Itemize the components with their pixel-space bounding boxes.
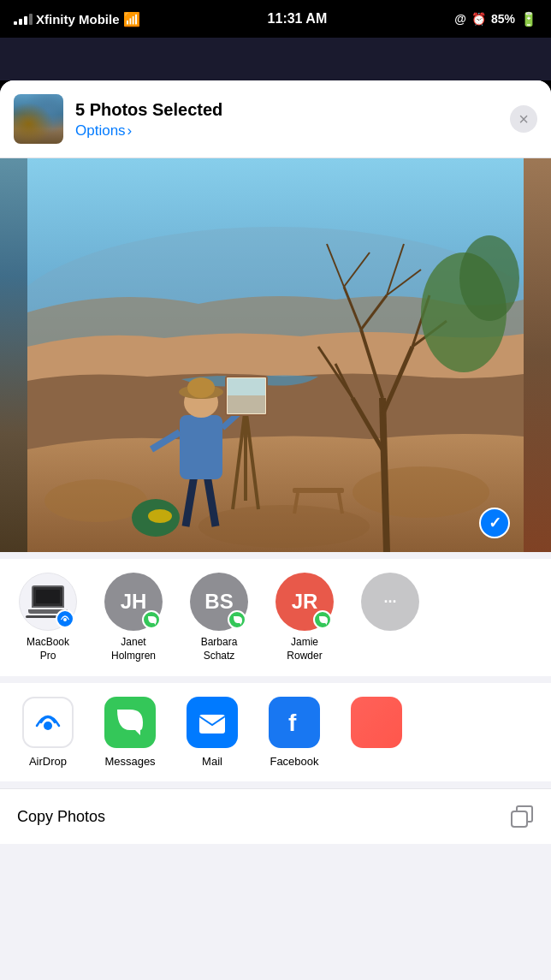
share-info: 5 Photos Selected Options › bbox=[75, 99, 498, 140]
status-right: @ ⏰ 85% 🔋 bbox=[454, 11, 537, 27]
person-item-more[interactable]: ··· bbox=[356, 573, 424, 662]
at-icon: @ bbox=[454, 12, 466, 26]
photo-strip: ✓ bbox=[0, 158, 551, 552]
mail-app-icon bbox=[187, 697, 238, 748]
more-avatar: ··· bbox=[361, 573, 419, 631]
svg-point-23 bbox=[148, 509, 172, 523]
app-item-more[interactable] bbox=[342, 697, 411, 768]
barbara-name: BarbaraSchatz bbox=[201, 636, 238, 662]
facebook-app-label: Facebook bbox=[270, 755, 318, 768]
jamie-name: JamieRowder bbox=[287, 636, 322, 662]
carrier-label: Xfinity Mobile bbox=[36, 12, 120, 27]
messages-app-label: Messages bbox=[104, 755, 155, 768]
people-row: MacBookPro JH JanetHolmgren BS bbox=[14, 573, 537, 662]
battery-icon: 🔋 bbox=[520, 11, 537, 27]
app-item-facebook[interactable]: f Facebook bbox=[260, 697, 329, 768]
svg-text:f: f bbox=[288, 710, 297, 736]
copy-photos-label: Copy Photos bbox=[17, 808, 105, 826]
copy-photos-row[interactable]: Copy Photos bbox=[0, 788, 551, 844]
alarm-icon: ⏰ bbox=[471, 12, 486, 26]
person-item-janet[interactable]: JH JanetHolmgren bbox=[99, 573, 168, 662]
svg-rect-38 bbox=[293, 488, 344, 493]
app-item-mail[interactable]: Mail bbox=[178, 697, 246, 768]
svg-point-41 bbox=[63, 618, 67, 621]
macbook-screen-icon bbox=[32, 585, 64, 608]
share-thumbnail bbox=[14, 94, 63, 144]
share-title: 5 Photos Selected bbox=[75, 99, 498, 120]
airdrop-badge-icon bbox=[56, 609, 74, 628]
apps-section: AirDrop Messages Mail bbox=[0, 683, 551, 781]
svg-point-31 bbox=[187, 377, 215, 398]
copy-photos-icon bbox=[510, 805, 534, 829]
svg-rect-37 bbox=[228, 395, 265, 413]
macbook-name: MacBookPro bbox=[27, 636, 69, 662]
person-item-macbook[interactable]: MacBookPro bbox=[14, 573, 82, 662]
person-item-jamie[interactable]: JR JamieRowder bbox=[270, 573, 339, 662]
airdrop-app-icon bbox=[22, 697, 74, 748]
close-button[interactable] bbox=[510, 105, 537, 133]
svg-point-4 bbox=[198, 505, 370, 548]
messages-badge-jamie bbox=[313, 610, 332, 629]
share-header: 5 Photos Selected Options › bbox=[0, 80, 551, 158]
macbook-avatar bbox=[19, 573, 77, 631]
svg-point-42 bbox=[44, 722, 52, 730]
barbara-initials: BS bbox=[204, 590, 233, 614]
background-blur bbox=[0, 38, 551, 80]
svg-point-3 bbox=[353, 466, 489, 518]
svg-point-20 bbox=[459, 235, 519, 321]
photo-selected-checkmark: ✓ bbox=[479, 508, 510, 538]
svg-line-5 bbox=[382, 398, 387, 552]
photo-side-left bbox=[0, 158, 27, 552]
battery-label: 85% bbox=[491, 12, 515, 26]
janet-initials: JH bbox=[121, 590, 147, 614]
photo-main: ✓ bbox=[27, 158, 524, 552]
messages-badge-janet bbox=[142, 610, 161, 629]
photo-svg bbox=[27, 158, 524, 552]
svg-rect-46 bbox=[512, 811, 527, 827]
app-item-messages[interactable]: Messages bbox=[96, 697, 164, 768]
svg-rect-26 bbox=[180, 415, 222, 479]
photo-side-right bbox=[524, 158, 551, 552]
janet-name: JanetHolmgren bbox=[111, 636, 156, 662]
svg-point-2 bbox=[44, 479, 147, 522]
svg-rect-45 bbox=[361, 707, 392, 738]
facebook-app-icon: f bbox=[269, 697, 320, 748]
airdrop-app-label: AirDrop bbox=[29, 755, 67, 768]
status-bar: Xfinity Mobile 📶 11:31 AM @ ⏰ 85% 🔋 bbox=[0, 0, 551, 38]
jamie-initials: JR bbox=[292, 590, 318, 614]
mail-app-label: Mail bbox=[202, 755, 222, 768]
people-section: MacBookPro JH JanetHolmgren BS bbox=[0, 559, 551, 676]
options-label: Options bbox=[75, 122, 126, 140]
janet-avatar: JH bbox=[104, 573, 163, 631]
barbara-avatar: BS bbox=[190, 573, 248, 631]
share-sheet: 5 Photos Selected Options › bbox=[0, 80, 551, 980]
status-time: 11:31 AM bbox=[268, 11, 328, 27]
jamie-avatar: JR bbox=[276, 573, 334, 631]
messages-badge-barbara bbox=[228, 610, 246, 629]
person-item-barbara[interactable]: BS BarbaraSchatz bbox=[185, 573, 253, 662]
app-item-airdrop[interactable]: AirDrop bbox=[14, 697, 82, 768]
options-chevron-icon: › bbox=[127, 122, 133, 140]
messages-app-icon bbox=[104, 697, 156, 748]
status-left: Xfinity Mobile 📶 bbox=[14, 11, 140, 27]
apps-row: AirDrop Messages Mail bbox=[14, 697, 537, 768]
wifi-icon: 📶 bbox=[123, 11, 140, 27]
more-app-icon bbox=[351, 697, 402, 748]
more-initials: ··· bbox=[383, 593, 396, 611]
share-options-button[interactable]: Options › bbox=[75, 122, 498, 140]
signal-bars-icon bbox=[14, 14, 33, 25]
